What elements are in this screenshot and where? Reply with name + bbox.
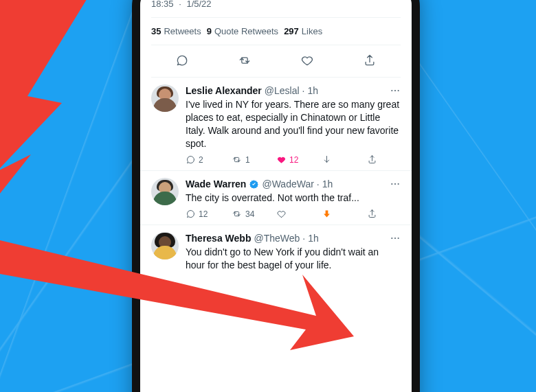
share-icon (367, 154, 377, 165)
reply-author-handle[interactable]: @WadeWar (262, 178, 313, 190)
reply-item[interactable]: Theresa Webb @TheWeb · 1h You didn't go … (151, 225, 401, 272)
likes-count: 297 (284, 26, 299, 36)
share-icon (363, 54, 377, 67)
retweet-button[interactable] (230, 51, 260, 70)
retweet-count: 34 (245, 209, 255, 219)
meta-separator: · (179, 0, 181, 9)
more-icon (390, 233, 401, 244)
retweets-count: 35 (151, 26, 161, 36)
reply-actions: 2 1 12 (186, 154, 401, 165)
reply-button[interactable] (167, 51, 197, 70)
like-button[interactable] (292, 51, 322, 70)
downvote-button[interactable] (322, 209, 367, 219)
retweet-icon (237, 54, 252, 67)
retweet-icon (231, 154, 243, 165)
reply-time: 1h (308, 232, 319, 244)
downvote-icon (322, 209, 332, 219)
heart-icon (276, 209, 287, 219)
svg-point-7 (394, 238, 396, 239)
reply-time: 1h (307, 84, 318, 97)
more-icon (390, 85, 401, 96)
retweet-button[interactable]: 34 (231, 209, 276, 219)
retweets-stat[interactable]: 35Retweets (151, 26, 201, 36)
share-icon (367, 209, 377, 219)
tweet-meta[interactable]: 18:35 · 1/5/22 (151, 0, 401, 9)
heart-icon (276, 154, 287, 165)
downvote-button[interactable] (322, 154, 367, 165)
reply-button[interactable]: 2 (186, 154, 231, 165)
share-button[interactable] (367, 154, 377, 165)
reply-header: Leslie Alexander @Leslal · 1h (186, 84, 401, 97)
quotes-count: 9 (207, 26, 212, 36)
meta-separator: · (317, 178, 320, 190)
tweet-time: 18:35 (151, 0, 174, 9)
svg-point-1 (394, 90, 396, 91)
tweet-date: 1/5/22 (186, 0, 211, 9)
reply-author-name[interactable]: Theresa Webb (186, 232, 251, 244)
reply-icon (186, 209, 196, 219)
more-icon (390, 178, 401, 189)
retweet-count: 1 (245, 155, 255, 165)
reply-icon (186, 154, 196, 165)
svg-point-4 (394, 183, 396, 185)
more-button[interactable] (390, 233, 401, 244)
reply-count: 12 (199, 209, 208, 219)
svg-point-0 (391, 90, 392, 91)
like-count: 12 (289, 155, 299, 165)
retweets-label: Retweets (164, 26, 201, 36)
like-button[interactable]: 12 (276, 154, 322, 165)
more-button[interactable] (390, 178, 401, 189)
svg-point-2 (398, 90, 399, 91)
share-button[interactable] (367, 209, 377, 219)
avatar[interactable] (151, 84, 179, 112)
svg-point-8 (398, 238, 399, 239)
retweet-button[interactable]: 1 (231, 154, 276, 165)
reply-header: Wade Warren @WadeWar · 1h (186, 178, 401, 190)
meta-separator: · (302, 84, 305, 97)
reply-header: Theresa Webb @TheWeb · 1h (186, 232, 401, 244)
reply-text: I've lived in NY for years. There are so… (186, 98, 401, 150)
share-button[interactable] (355, 51, 385, 70)
tweet-stats: 35Retweets 9Quote Retweets 297Likes (151, 17, 401, 45)
avatar[interactable] (151, 178, 179, 205)
tweet-action-bar (151, 45, 401, 78)
retweet-icon (231, 209, 243, 219)
quotes-stat[interactable]: 9Quote Retweets (207, 26, 278, 36)
reply-text: The city is overrated. Not worth the tra… (186, 192, 401, 205)
reply-author-handle[interactable]: @TheWeb (254, 232, 300, 244)
more-button[interactable] (390, 85, 401, 96)
reply-author-name[interactable]: Leslie Alexander (186, 84, 262, 97)
reply-time: 1h (322, 178, 333, 190)
likes-label: Likes (302, 26, 322, 36)
reply-author-handle[interactable]: @Leslal (265, 84, 300, 97)
reply-item[interactable]: Wade Warren @WadeWar · 1h The city is ov… (151, 171, 401, 219)
reply-count: 2 (199, 155, 208, 165)
reply-author-name[interactable]: Wade Warren (186, 178, 246, 190)
svg-point-3 (391, 183, 392, 185)
reply-button[interactable]: 12 (186, 209, 231, 219)
heart-icon (300, 54, 314, 67)
reply-text: You didn't go to New York if you didn't … (186, 246, 401, 272)
reply-icon (175, 54, 189, 67)
verified-badge-icon (249, 179, 259, 189)
phone-frame: recommendations for New York City? I'm g… (132, 0, 420, 392)
likes-stat[interactable]: 297Likes (284, 26, 322, 36)
avatar[interactable] (151, 232, 179, 260)
svg-point-6 (391, 238, 392, 239)
downvote-icon (322, 154, 332, 165)
reply-item[interactable]: Leslie Alexander @Leslal · 1h I've lived… (151, 78, 401, 165)
svg-point-5 (398, 183, 399, 185)
reply-actions: 12 34 (186, 209, 401, 219)
meta-separator: · (302, 232, 305, 244)
like-button[interactable] (276, 209, 322, 219)
quotes-label: Quote Retweets (214, 26, 278, 36)
app-screen[interactable]: recommendations for New York City? I'm g… (140, 0, 412, 392)
